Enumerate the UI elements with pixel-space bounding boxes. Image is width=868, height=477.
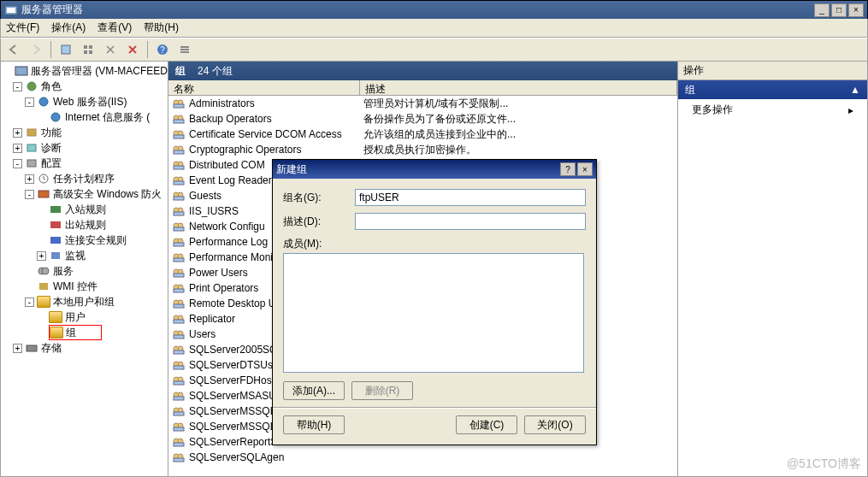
svg-rect-24	[51, 252, 60, 259]
tb-list-button[interactable]	[175, 40, 194, 59]
close-button[interactable]: ×	[848, 3, 864, 17]
tree-connsec[interactable]: 连接安全规则	[1, 233, 168, 248]
tb-del-button[interactable]	[123, 40, 142, 59]
group-desc-input[interactable]	[355, 213, 586, 230]
list-row[interactable]: Cryptographic Operators授权成员执行加密操作。	[168, 142, 677, 157]
svg-rect-55	[174, 227, 184, 231]
menu-action[interactable]: 操作(A)	[51, 21, 86, 35]
svg-rect-9	[180, 46, 189, 48]
help-button[interactable]: 帮助(H)	[283, 415, 345, 434]
list-title: 组	[175, 64, 186, 79]
svg-point-13	[27, 82, 36, 91]
svg-rect-20	[38, 191, 49, 197]
tree-firewall[interactable]: -高级安全 Windows 防火	[1, 186, 168, 202]
members-list[interactable]	[283, 253, 584, 373]
tree-roles[interactable]: -角色	[1, 79, 168, 94]
svg-rect-16	[27, 129, 36, 136]
group-icon	[172, 297, 186, 309]
group-name: Print Operators	[189, 282, 258, 294]
svg-point-14	[39, 97, 48, 106]
svg-rect-37	[174, 135, 184, 138]
list-row[interactable]: Administrators管理员对计算机/域有不受限制...	[168, 96, 677, 111]
svg-rect-43	[174, 166, 184, 169]
create-button[interactable]: 创建(C)	[456, 415, 517, 434]
group-icon	[172, 282, 186, 294]
tree-users[interactable]: 用户	[1, 309, 168, 325]
col-name[interactable]: 名称	[168, 80, 360, 95]
actions-group[interactable]: 组 ▲	[678, 80, 867, 99]
tree-services[interactable]: 服务	[1, 263, 168, 279]
group-icon	[172, 144, 186, 156]
list-row[interactable]: Certificate Service DCOM Access允许该组的成员连接…	[168, 127, 677, 142]
tree-storage[interactable]: +存储	[1, 340, 168, 356]
tb-action-button[interactable]	[56, 40, 75, 59]
list-row[interactable]: SQLServerSQLAgen	[168, 450, 677, 465]
tree-web[interactable]: -Web 服务器(IIS)	[1, 94, 168, 109]
close-btn[interactable]: 关闭(O)	[524, 415, 586, 434]
svg-rect-18	[27, 160, 36, 167]
svg-point-15	[51, 113, 60, 121]
remove-button: 删除(R)	[351, 381, 413, 400]
tb-cut-button[interactable]	[101, 40, 120, 59]
tree-task[interactable]: +任务计划程序	[1, 171, 168, 186]
svg-rect-31	[174, 104, 184, 108]
tree-root[interactable]: 服务器管理器 (VM-MACFEEDBSJ)	[1, 63, 168, 79]
list-count: 24 个组	[198, 64, 233, 79]
tree-monitor[interactable]: +监视	[1, 248, 168, 263]
svg-rect-5	[84, 50, 87, 54]
group-icon	[172, 390, 186, 402]
group-icon	[172, 436, 186, 448]
svg-rect-22	[50, 221, 61, 228]
svg-rect-21	[50, 206, 61, 213]
tree-lug[interactable]: -本地用户和组	[1, 294, 168, 309]
group-name: Distributed COM	[189, 159, 265, 171]
group-name: Backup Operators	[189, 113, 272, 125]
menu-view[interactable]: 查看(V)	[97, 21, 132, 35]
dialog-close-button[interactable]: ×	[577, 162, 593, 176]
svg-rect-2	[62, 45, 70, 54]
watermark: @51CTO博客	[787, 456, 861, 472]
dialog-help-button[interactable]: ?	[560, 162, 576, 176]
group-icon	[172, 159, 186, 171]
group-icon	[172, 251, 186, 263]
svg-rect-79	[174, 350, 184, 354]
svg-rect-76	[174, 335, 184, 339]
tree-features[interactable]: +功能	[1, 125, 168, 140]
actions-header: 操作	[678, 62, 867, 80]
tree-wmi[interactable]: WMI 控件	[1, 279, 168, 294]
group-name: Guests	[189, 190, 221, 202]
add-button[interactable]: 添加(A)...	[283, 381, 345, 400]
group-name: Performance Log	[189, 236, 268, 248]
col-desc[interactable]: 描述	[360, 80, 677, 95]
group-icon	[172, 190, 186, 202]
maximize-button[interactable]: □	[831, 3, 847, 17]
tree-iis[interactable]: Internet 信息服务 (	[1, 109, 168, 125]
dialog-title: 新建组	[276, 162, 307, 177]
nav-back-button[interactable]	[4, 40, 23, 59]
group-name: Event Log Reader	[189, 174, 272, 186]
svg-rect-27	[39, 283, 48, 290]
group-name: Cryptographic Operators	[189, 144, 301, 156]
submenu-arrow-icon: ▸	[848, 104, 853, 116]
tb-help-button[interactable]: ?	[153, 40, 172, 59]
svg-rect-52	[174, 212, 184, 215]
svg-rect-10	[180, 49, 189, 50]
group-icon	[172, 113, 186, 125]
tb-grid-button[interactable]	[79, 40, 97, 59]
group-name-input[interactable]	[355, 189, 586, 206]
tree-inbound[interactable]: 入站规则	[1, 202, 168, 217]
menu-file[interactable]: 文件(F)	[6, 21, 39, 35]
tree-outbound[interactable]: 出站规则	[1, 217, 168, 233]
tree-groups[interactable]: 组	[49, 325, 102, 340]
toolbar: ?	[0, 38, 868, 62]
minimize-button[interactable]: _	[814, 3, 830, 17]
nav-fwd-button[interactable]	[27, 40, 45, 59]
tree-diag[interactable]: +诊断	[1, 140, 168, 156]
svg-rect-94	[174, 427, 184, 431]
menu-help[interactable]: 帮助(H)	[144, 21, 179, 35]
actions-more[interactable]: 更多操作 ▸	[678, 99, 867, 121]
group-icon	[172, 128, 186, 140]
list-row[interactable]: Backup Operators备份操作员为了备份或还原文件...	[168, 111, 677, 127]
tree-config[interactable]: -配置	[1, 156, 168, 171]
group-name: IIS_IUSRS	[189, 205, 239, 217]
